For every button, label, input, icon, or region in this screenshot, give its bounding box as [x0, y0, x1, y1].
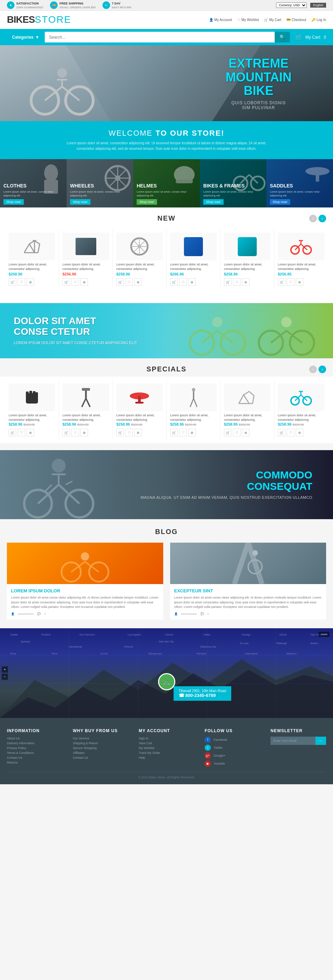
special-price-old: $320.00 [239, 423, 250, 426]
quick-view-btn[interactable]: ⊕ [81, 429, 88, 436]
footer-link-aboutus[interactable]: About Us [7, 737, 62, 740]
returns-icon: ↩ [103, 2, 110, 9]
city-pittsburgh: Pittsburgh [276, 642, 287, 644]
social-youtube[interactable]: ▶ Youtube [205, 760, 260, 767]
footer-link-viewcart[interactable]: View Cart [139, 741, 194, 745]
quick-view-btn[interactable]: ⊕ [296, 429, 303, 436]
wheels-shop-btn[interactable]: Shop now! [70, 199, 90, 205]
bikes-content: BIKES & FRAMES Lorem ipsum dolor sit ame… [200, 180, 266, 207]
categories-button[interactable]: Categories ▼ [7, 32, 45, 43]
footer-link-help[interactable]: Help [139, 756, 194, 759]
nav-login[interactable]: 🔑 Log In [311, 18, 326, 22]
add-to-wishlist-btn[interactable]: ♡ [233, 278, 241, 286]
saddles-shop-btn[interactable]: Shop now! [270, 199, 290, 205]
footer-link-privacy[interactable]: Privacy Policy [7, 746, 62, 750]
add-to-wishlist-btn[interactable]: ♡ [179, 429, 187, 436]
add-to-cart-btn[interactable]: 🛒 [278, 278, 285, 286]
pedals-image [76, 238, 96, 255]
add-to-wishlist-btn[interactable]: ♡ [17, 429, 25, 436]
quick-view-btn[interactable]: ⊕ [242, 278, 249, 286]
city-tucson: Tucson [100, 652, 108, 655]
footer-link-contact[interactable]: Contact Us [7, 756, 62, 759]
quick-view-btn[interactable]: ⊕ [134, 429, 142, 436]
add-to-cart-btn[interactable]: 🛒 [9, 429, 16, 436]
add-to-wishlist-btn[interactable]: ♡ [17, 278, 25, 286]
product-actions: 🛒 ♡ ⊕ [116, 429, 163, 436]
social-facebook[interactable]: f Facebook [205, 737, 260, 743]
add-to-cart-btn[interactable]: 🛒 [224, 278, 232, 286]
nav-wishlist[interactable]: ♡ My Wishlist [237, 18, 259, 22]
search-button[interactable]: 🔍 [275, 32, 290, 43]
nav-checkout[interactable]: 💳 Checkout [286, 18, 306, 22]
specials-prev-arrow[interactable]: ‹ [309, 366, 317, 373]
category-helmets[interactable]: HELMES Lorem ipsum dolor sit amet, conse… [133, 159, 200, 207]
footer-link-terms[interactable]: Terms & Conditions [7, 751, 62, 754]
add-to-cart-btn[interactable]: 🛒 [224, 429, 232, 436]
category-clothes[interactable]: CLOTHES Lorem ipsum dolor sit amet, cons… [0, 159, 67, 207]
newsletter-submit-btn[interactable]: → [316, 737, 326, 745]
footer-link-delivery[interactable]: Delivery Information [7, 741, 62, 745]
quick-view-btn[interactable]: ⊕ [134, 278, 142, 286]
footer-link-mywishlist[interactable]: My Wishlist [139, 746, 194, 750]
footer-link-affiliates[interactable]: Affiliates [73, 751, 128, 754]
city-indianapolis: Indianapolis [245, 652, 258, 655]
blog-author-1: administrator [18, 612, 34, 616]
clothes-shop-btn[interactable]: Shop now! [3, 199, 24, 205]
add-to-wishlist-btn[interactable]: ♡ [287, 429, 294, 436]
category-wheels[interactable]: WHEELES Lorem ipsum dolor sit amet, cons… [67, 159, 133, 207]
add-to-wishlist-btn[interactable]: ♡ [233, 429, 241, 436]
footer-link-shipping[interactable]: Shipping & Return [73, 741, 128, 745]
search-input[interactable] [45, 32, 275, 43]
newsletter-input[interactable] [271, 737, 316, 745]
add-to-wishlist-btn[interactable]: ♡ [125, 429, 133, 436]
quick-view-btn[interactable]: ⊕ [81, 278, 88, 286]
add-to-cart-btn[interactable]: 🛒 [116, 278, 124, 286]
add-to-cart-btn[interactable]: 🛒 [170, 278, 178, 286]
new-section: NEW ‹ › Lorem ipsum dolor sit amet, cons… [0, 207, 333, 303]
footer-link-returns[interactable]: Returns [7, 761, 62, 764]
new-next-arrow[interactable]: › [319, 215, 326, 222]
map-zoom-control[interactable]: zoom [319, 632, 330, 637]
helmets-shop-btn[interactable]: Shop now! [136, 199, 157, 205]
add-to-cart-btn[interactable]: 🛒 [278, 429, 285, 436]
bikes-shop-btn[interactable]: Shop now! [203, 199, 224, 205]
add-to-wishlist-btn[interactable]: ♡ [71, 278, 79, 286]
map-zoom-out[interactable]: − [2, 673, 8, 680]
language-button[interactable]: English [310, 3, 326, 8]
category-saddles[interactable]: SADDLES Lorem ipsum dolor sit amet, cons… [266, 159, 333, 207]
specials-next-arrow[interactable]: › [319, 366, 326, 373]
map-zoom-in[interactable]: + [2, 666, 8, 673]
footer-link-contactus[interactable]: Contact Us [73, 756, 128, 759]
add-to-cart-btn[interactable]: 🛒 [62, 278, 70, 286]
city-denver: Denver [166, 633, 174, 636]
quick-view-btn[interactable]: ⊕ [242, 429, 249, 436]
svg-line-61 [190, 398, 193, 407]
special-4: Lorem ipsum dolor sit amet, consectetur … [166, 380, 220, 440]
quick-view-btn[interactable]: ⊕ [188, 278, 196, 286]
social-twitter[interactable]: t Twitter [205, 745, 260, 751]
add-to-wishlist-btn[interactable]: ♡ [71, 429, 79, 436]
add-to-cart-btn[interactable]: 🛒 [116, 429, 124, 436]
category-bikes[interactable]: BIKES & FRAMES Lorem ipsum dolor sit ame… [200, 159, 266, 207]
add-to-wishlist-btn[interactable]: ♡ [287, 278, 294, 286]
footer-link-service[interactable]: Our Service [73, 737, 128, 740]
add-to-cart-btn[interactable]: 🛒 [9, 278, 16, 286]
add-to-cart-btn[interactable]: 🛒 [170, 429, 178, 436]
add-to-wishlist-btn[interactable]: ♡ [125, 278, 133, 286]
footer-link-trackorder[interactable]: Track My Order [139, 751, 194, 754]
add-to-cart-btn[interactable]: 🛒 [62, 429, 70, 436]
currency-select[interactable]: Currency: USD Currency: EUR [276, 2, 307, 8]
new-prev-arrow[interactable]: ‹ [309, 215, 317, 222]
add-to-wishlist-btn[interactable]: ♡ [179, 278, 187, 286]
quick-view-btn[interactable]: ⊕ [27, 278, 34, 286]
newsletter-input-wrap: → [271, 737, 326, 745]
quick-view-btn[interactable]: ⊕ [188, 429, 196, 436]
quick-view-btn[interactable]: ⊕ [296, 278, 303, 286]
nav-account[interactable]: 👤 My Account [209, 18, 232, 22]
footer-link-secure[interactable]: Secure Shopping [73, 746, 128, 750]
quick-view-btn[interactable]: ⊕ [27, 429, 34, 436]
helmets-content: HELMES Lorem ipsum dolor sit amet, conse… [133, 180, 200, 207]
nav-cart[interactable]: 🛒 My Cart [264, 18, 281, 22]
footer-link-signin[interactable]: Sign In [139, 737, 194, 740]
social-googleplus[interactable]: g+ Google+ [205, 752, 260, 759]
